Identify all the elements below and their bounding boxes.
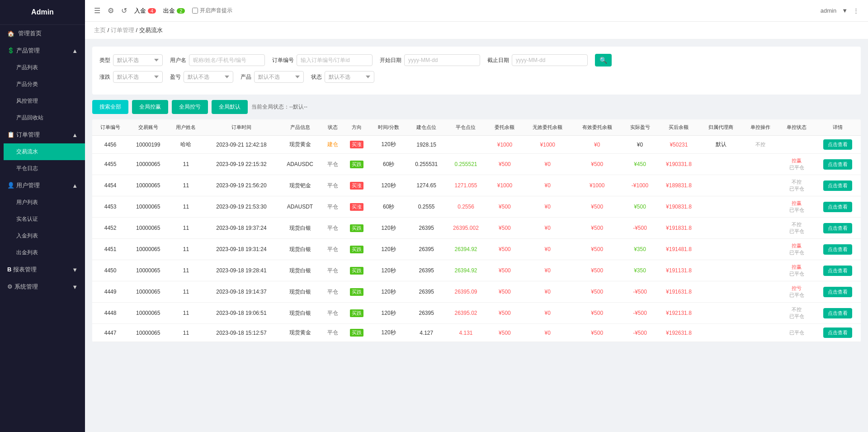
cell-ctrl-status[interactable]: 不控已平仓	[778, 218, 815, 239]
sidebar-item-real-name[interactable]: 实名认证	[4, 211, 85, 228]
view-button[interactable]: 点击查看	[823, 202, 852, 212]
cell-ctrl-op[interactable]: 不控	[742, 136, 778, 154]
cell-product: 现货白银	[278, 239, 321, 260]
ctrl-loss-button[interactable]: 控亏	[792, 285, 802, 292]
sound-toggle[interactable]	[192, 8, 198, 14]
settings-icon[interactable]: ⚙	[108, 6, 114, 15]
cell-close-price: 4.131	[445, 324, 487, 342]
cell-ctrl-status[interactable]: 不控已平仓	[778, 175, 815, 196]
cell-after-buy: ¥191631.8	[658, 281, 700, 303]
cell-detail[interactable]: 点击查看	[815, 281, 861, 303]
sidebar-group-user[interactable]: 👤 用户管理 ▲	[0, 177, 85, 194]
th-ctrl-status: 单控状态	[778, 119, 815, 136]
order-no-input[interactable]	[297, 54, 373, 66]
sidebar-item-withdraw-list[interactable]: 出金列表	[4, 244, 85, 261]
cell-after-buy: ¥50231	[658, 136, 700, 154]
cell-ctrl-status[interactable]: 控赢已平仓	[778, 196, 815, 218]
withdraw-count: 2	[177, 8, 185, 14]
cell-status: 平仓	[321, 324, 344, 342]
view-button[interactable]: 点击查看	[823, 328, 852, 338]
withdraw-badge[interactable]: 出金 2	[163, 7, 185, 15]
refresh-icon[interactable]: ↺	[121, 6, 127, 15]
cell-ctrl-status[interactable]	[778, 136, 815, 154]
sidebar-group-report[interactable]: B 报表管理 ▼	[0, 261, 85, 278]
cell-after-buy: ¥192631.8	[658, 324, 700, 342]
sidebar-item-product-category[interactable]: 产品分类	[4, 76, 85, 93]
view-button[interactable]: 点击查看	[823, 159, 852, 170]
cell-detail[interactable]: 点击查看	[815, 260, 861, 281]
sidebar-title: Admin	[0, 0, 85, 25]
th-agent: 归属代理商	[699, 119, 742, 136]
view-button[interactable]: 点击查看	[823, 266, 852, 276]
sidebar-item-home[interactable]: 🏠 管理首页	[0, 25, 85, 42]
sidebar-item-user-list[interactable]: 用户列表	[4, 194, 85, 211]
cell-username: 11	[168, 175, 204, 196]
end-date-input[interactable]	[512, 54, 588, 66]
cell-ctrl-op	[742, 303, 778, 324]
cell-ctrl-status[interactable]: 控赢已平仓	[778, 260, 815, 281]
cell-detail[interactable]: 点击查看	[815, 303, 861, 324]
sidebar-group-order[interactable]: 📋 订单管理 ▲	[0, 126, 85, 143]
cell-ctrl-status[interactable]: 控赢已平仓	[778, 154, 815, 175]
cell-detail[interactable]: 点击查看	[815, 239, 861, 260]
cell-open-price: 26395	[408, 260, 445, 281]
cell-valid-entrust: ¥0	[572, 136, 622, 154]
th-after-buy: 买后余额	[658, 119, 700, 136]
cell-ctrl-status[interactable]: 不控已平仓	[778, 303, 815, 324]
more-icon[interactable]: ⋮	[853, 7, 859, 14]
sidebar-group-system[interactable]: ⚙ 系统管理 ▼	[0, 278, 85, 295]
cell-duration: 120秒	[370, 239, 408, 260]
view-button[interactable]: 点击查看	[823, 180, 852, 191]
sidebar-item-product-list[interactable]: 产品列表	[4, 59, 85, 76]
cell-invalid-entrust: ¥0	[523, 324, 572, 342]
cell-open-price: 1928.15	[408, 136, 445, 154]
view-button[interactable]: 点击查看	[823, 308, 852, 318]
cell-ctrl-status[interactable]: 已平仓	[778, 324, 815, 342]
cell-detail[interactable]: 点击查看	[815, 154, 861, 175]
view-button[interactable]: 点击查看	[823, 223, 852, 233]
username-input[interactable]	[189, 54, 265, 66]
ctrl-win-button[interactable]: 控赢	[792, 200, 802, 207]
chevron-up-icon: ▲	[72, 47, 78, 54]
search-all-button[interactable]: 搜索全部	[92, 100, 128, 114]
view-button[interactable]: 点击查看	[823, 287, 852, 297]
cell-ctrl-status[interactable]: 控赢已平仓	[778, 239, 815, 260]
cell-detail[interactable]: 点击查看	[815, 175, 861, 196]
rise-fall-select[interactable]: 默认不选	[113, 71, 163, 83]
deposit-badge[interactable]: 入金 4	[134, 7, 156, 15]
status-select[interactable]: 默认不选	[325, 71, 374, 83]
sidebar-item-deposit-list[interactable]: 入金列表	[4, 228, 85, 244]
cell-detail[interactable]: 点击查看	[815, 218, 861, 239]
start-date-input[interactable]	[404, 54, 480, 66]
sound-checkbox[interactable]: 开启声音提示	[192, 7, 232, 14]
control-all-button[interactable]: 全局控赢	[132, 100, 168, 114]
breadcrumb-home[interactable]: 主页	[94, 27, 106, 33]
search-button[interactable]: 🔍	[595, 54, 612, 66]
cell-ctrl-status[interactable]: 控亏已平仓	[778, 281, 815, 303]
ctrl-win-button[interactable]: 控赢	[792, 242, 802, 249]
product-select[interactable]: 默认不选	[254, 71, 304, 83]
ctrl-win-button[interactable]: 控赢	[792, 264, 802, 271]
sidebar-item-risk-mgmt[interactable]: 风控管理	[4, 93, 85, 109]
sidebar-item-close-log[interactable]: 平仓日志	[4, 160, 85, 177]
sidebar-item-product-recycle[interactable]: 产品回收站	[4, 109, 85, 126]
menu-icon[interactable]: ☰	[94, 6, 100, 15]
default-all-button[interactable]: 全局默认	[212, 100, 248, 114]
table-row: 4447 10000065 11 2023-09-18 15:12:57 现货黄…	[92, 324, 861, 342]
sidebar-item-trade-flow[interactable]: 交易流水	[4, 143, 85, 160]
direction-tag: 买涨	[350, 182, 363, 190]
view-button[interactable]: 点击查看	[823, 139, 852, 150]
filter-order-no: 订单编号	[272, 54, 373, 66]
breadcrumb-order[interactable]: 订单管理	[111, 27, 134, 33]
cell-detail[interactable]: 点击查看	[815, 196, 861, 218]
sidebar-group-product[interactable]: 💲 产品管理 ▲	[0, 42, 85, 59]
type-select[interactable]: 默认不选	[113, 54, 163, 66]
loss-all-button[interactable]: 全局控亏	[172, 100, 208, 114]
ctrl-status-text: 已平仓	[781, 249, 812, 256]
cell-account: 10000065	[128, 281, 168, 303]
cell-detail[interactable]: 点击查看	[815, 324, 861, 342]
ctrl-win-button[interactable]: 控赢	[792, 157, 802, 164]
account-select[interactable]: 默认不选	[184, 71, 233, 83]
view-button[interactable]: 点击查看	[823, 244, 852, 255]
cell-detail[interactable]: 点击查看	[815, 136, 861, 154]
